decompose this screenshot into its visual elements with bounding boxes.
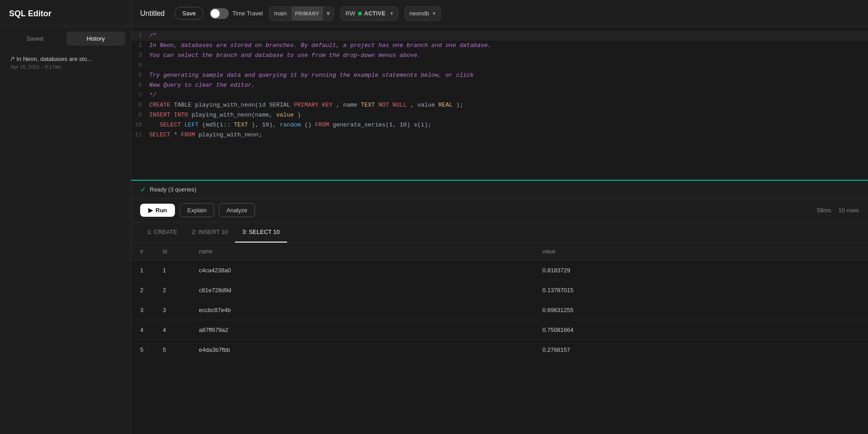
cell-id: 4 bbox=[154, 320, 190, 340]
main-content: Untitled Save Time Travel main PRIMARY ▾… bbox=[131, 0, 868, 434]
db-selector[interactable]: neondb ▾ bbox=[405, 6, 441, 21]
active-status-dot bbox=[358, 12, 362, 15]
code-line-5: 5 Try generating sample data and queryin… bbox=[131, 70, 868, 80]
result-tab-insert[interactable]: 2: INSERT 10 bbox=[184, 222, 235, 243]
table-row: 3 3 eccbc87e4b 0.69631255 bbox=[131, 300, 868, 320]
cell-id: 2 bbox=[154, 280, 190, 300]
cell-row-num: 3 bbox=[131, 300, 154, 320]
results-table: # id name value 1 1 c4ca4238a0 0.8183729… bbox=[131, 243, 868, 360]
cell-id: 5 bbox=[154, 340, 190, 360]
results-tabs: 1: CREATE 2: INSERT 10 3: SELECT 10 bbox=[131, 222, 868, 243]
time-travel-toggle-container: Time Travel bbox=[210, 8, 263, 19]
table-row: 1 1 c4ca4238a0 0.8183729 bbox=[131, 261, 868, 280]
app-title: SQL Editor bbox=[0, 0, 131, 26]
analyze-button[interactable]: Analyze bbox=[219, 203, 255, 217]
cell-value: 0.75081664 bbox=[533, 320, 868, 340]
toggle-thumb bbox=[211, 9, 220, 18]
rw-label: RW bbox=[345, 10, 355, 17]
db-name: neondb bbox=[410, 10, 429, 17]
run-button[interactable]: ▶ Run bbox=[140, 204, 175, 217]
cell-name: e4da3b7fbb bbox=[190, 340, 533, 360]
tab-saved[interactable]: Saved bbox=[5, 32, 65, 46]
cell-name: a87ff679a2 bbox=[190, 320, 533, 340]
run-icon: ▶ bbox=[148, 207, 153, 214]
code-line-11: 11 SELECT * FROM playing_with_neon; bbox=[131, 130, 868, 140]
result-tab-create[interactable]: 1: CREATE bbox=[140, 222, 184, 243]
status-text: Ready (3 queries) bbox=[150, 186, 196, 193]
cell-name: c4ca4238a0 bbox=[190, 261, 533, 280]
code-line-1: 1 /* bbox=[131, 31, 868, 41]
col-header-name: name bbox=[190, 243, 533, 261]
code-line-10: 10 SELECT LEFT (md5(i:: TEXT ), 10), ran… bbox=[131, 120, 868, 130]
cell-id: 3 bbox=[154, 300, 190, 320]
code-line-6: 6 New Query to clear the editor. bbox=[131, 80, 868, 90]
topbar: Untitled Save Time Travel main PRIMARY ▾… bbox=[131, 0, 868, 27]
cell-row-num: 1 bbox=[131, 261, 154, 280]
cell-value: 0.13787015 bbox=[533, 280, 868, 300]
rw-selector[interactable]: RW ACTIVE ▾ bbox=[340, 6, 398, 21]
table-row: 2 2 c81e728d9d 0.13787015 bbox=[131, 280, 868, 300]
history-item-date: Apr 15, 2024 – 8:17am bbox=[11, 64, 120, 70]
results-table-wrapper: # id name value 1 1 c4ca4238a0 0.8183729… bbox=[131, 243, 868, 434]
row-count: 10 rows bbox=[838, 207, 859, 214]
table-row: 5 5 e4da3b7fbb 0.2768157 bbox=[131, 340, 868, 360]
result-tab-select[interactable]: 3: SELECT 10 bbox=[235, 222, 287, 243]
code-line-3: 3 You can select the branch and database… bbox=[131, 51, 868, 61]
col-header-hash: # bbox=[131, 243, 154, 261]
code-line-2: 2 In Neon, databases are stored on branc… bbox=[131, 41, 868, 51]
active-label: ACTIVE bbox=[364, 10, 386, 17]
branch-selector[interactable]: main PRIMARY ▾ bbox=[269, 6, 334, 21]
branch-chevron-icon[interactable]: ▾ bbox=[323, 7, 334, 20]
col-header-id: id bbox=[154, 243, 190, 261]
history-item[interactable]: /* In Neon, databases are sto... Apr 15,… bbox=[4, 49, 127, 76]
code-line-4: 4 bbox=[131, 61, 868, 70]
cell-row-num: 2 bbox=[131, 280, 154, 300]
col-header-value: value bbox=[533, 243, 868, 261]
sidebar: SQL Editor Saved History /* In Neon, dat… bbox=[0, 0, 131, 434]
db-chevron-icon: ▾ bbox=[433, 10, 436, 17]
sql-editor[interactable]: 1 /* 2 In Neon, databases are stored on … bbox=[131, 27, 868, 181]
cell-value: 0.2768157 bbox=[533, 340, 868, 360]
table-header-row: # id name value bbox=[131, 243, 868, 261]
action-bar: ▶ Run Explain Analyze 58ms 10 rows bbox=[131, 199, 868, 222]
time-travel-toggle[interactable] bbox=[210, 8, 229, 19]
tab-history[interactable]: History bbox=[66, 32, 126, 46]
cell-value: 0.69631255 bbox=[533, 300, 868, 320]
save-button[interactable]: Save bbox=[175, 7, 203, 20]
sidebar-tabs: Saved History bbox=[0, 26, 131, 46]
query-time: 58ms bbox=[817, 207, 831, 214]
code-line-9: 9 INSERT INTO playing_with_neon(name, va… bbox=[131, 110, 868, 120]
status-check-icon: ✓ bbox=[140, 185, 146, 194]
cell-name: eccbc87e4b bbox=[190, 300, 533, 320]
cell-id: 1 bbox=[154, 261, 190, 280]
status-bar: ✓ Ready (3 queries) bbox=[131, 181, 868, 199]
table-row: 4 4 a87ff679a2 0.75081664 bbox=[131, 320, 868, 340]
query-title: Untitled bbox=[140, 9, 165, 18]
rw-chevron-icon[interactable]: ▾ bbox=[390, 10, 393, 17]
cell-value: 0.8183729 bbox=[533, 261, 868, 280]
time-travel-label: Time Travel bbox=[232, 10, 263, 17]
code-line-7: 7 */ bbox=[131, 90, 868, 100]
cell-name: c81e728d9d bbox=[190, 280, 533, 300]
explain-button[interactable]: Explain bbox=[179, 203, 214, 217]
run-label: Run bbox=[156, 207, 167, 214]
branch-badge: PRIMARY bbox=[292, 7, 323, 20]
query-stats: 58ms 10 rows bbox=[817, 207, 859, 214]
cell-row-num: 5 bbox=[131, 340, 154, 360]
branch-name: main bbox=[269, 10, 291, 17]
cell-row-num: 4 bbox=[131, 320, 154, 340]
history-item-preview: /* In Neon, databases are sto... bbox=[11, 56, 120, 62]
code-line-8: 8 CREATE TABLE playing_with_neon(id SERI… bbox=[131, 100, 868, 110]
